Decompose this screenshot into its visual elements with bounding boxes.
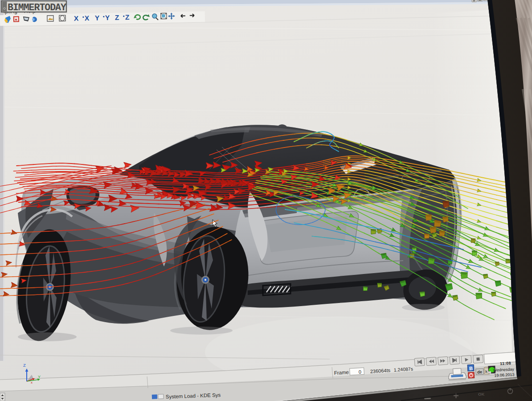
svg-text:0: 0 (358, 369, 361, 375)
svg-text:BIMMERTODAY: BIMMERTODAY (8, 2, 66, 13)
svg-text:Frame: Frame (334, 369, 349, 376)
svg-text:X: X (85, 14, 90, 22)
svg-text:x: x (31, 381, 33, 385)
svg-text:Y: Y (38, 375, 41, 379)
svg-text:11:08: 11:08 (500, 361, 512, 366)
svg-text:Y: Y (105, 14, 110, 21)
svg-text:Y: Y (95, 14, 100, 22)
svg-text:OK: OK (478, 392, 484, 397)
svg-text:B: B (469, 365, 473, 371)
svg-text:Z: Z (115, 14, 119, 21)
svg-text:X: X (74, 15, 79, 22)
svg-text:Z: Z (23, 363, 26, 368)
svg-text:Z: Z (125, 13, 130, 21)
svg-text:de: de (477, 369, 483, 375)
